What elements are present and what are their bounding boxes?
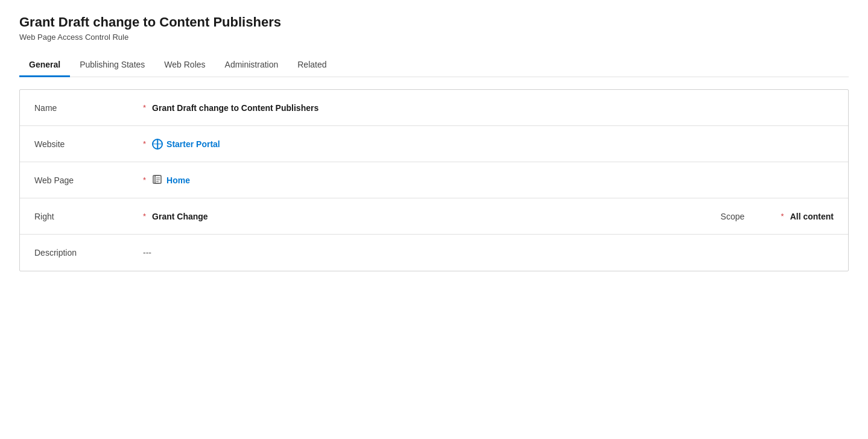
- scope-required-star: *: [781, 212, 784, 221]
- right-value: Grant Change: [152, 212, 208, 221]
- page-title: Grant Draft change to Content Publishers: [19, 14, 849, 30]
- page-subtitle: Web Page Access Control Rule: [19, 33, 849, 42]
- tab-administration[interactable]: Administration: [215, 54, 288, 77]
- right-row: Right * Grant Change Scope * All content: [20, 198, 848, 235]
- website-row: Website * Starter Portal: [20, 126, 848, 162]
- globe-icon: [152, 139, 163, 150]
- name-required-star: *: [143, 103, 146, 112]
- page-icon: [152, 175, 163, 186]
- scope-value: All content: [790, 212, 834, 221]
- scope-label: Scope: [721, 212, 781, 221]
- tab-bar: General Publishing States Web Roles Admi…: [19, 54, 849, 77]
- name-value: Grant Draft change to Content Publishers: [152, 103, 318, 113]
- right-label: Right: [34, 212, 143, 221]
- name-label: Name: [34, 103, 143, 113]
- right-required-star: *: [143, 212, 146, 221]
- website-required-star: *: [143, 139, 146, 148]
- description-value: ---: [143, 248, 151, 257]
- tab-general[interactable]: General: [19, 54, 70, 77]
- website-link[interactable]: Starter Portal: [152, 139, 220, 150]
- tab-publishing-states[interactable]: Publishing States: [70, 54, 154, 77]
- tab-related[interactable]: Related: [288, 54, 336, 77]
- tab-web-roles[interactable]: Web Roles: [154, 54, 215, 77]
- scope-section: Scope * All content: [721, 212, 834, 221]
- description-row: Description ---: [20, 235, 848, 271]
- page-container: Grant Draft change to Content Publishers…: [0, 0, 868, 286]
- description-label: Description: [34, 248, 143, 257]
- webpage-required-star: *: [143, 175, 146, 185]
- webpage-row: Web Page * Home: [20, 162, 848, 198]
- name-row: Name * Grant Draft change to Content Pub…: [20, 90, 848, 126]
- webpage-link[interactable]: Home: [152, 175, 190, 186]
- form-card: Name * Grant Draft change to Content Pub…: [19, 89, 849, 271]
- website-label: Website: [34, 139, 143, 149]
- webpage-label: Web Page: [34, 175, 143, 185]
